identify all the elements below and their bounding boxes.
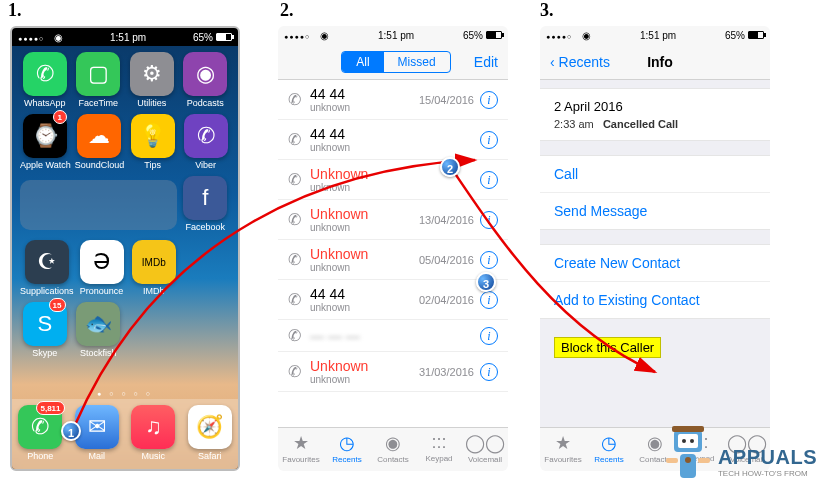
notification-badge: 15 <box>49 298 66 312</box>
info-navbar: ‹ Recents Info <box>540 44 770 80</box>
tab-voicemail[interactable]: ◯◯Voicemail <box>462 432 508 471</box>
screen-info: 1:51 pm 65% ‹ Recents Info 2 April 2016 … <box>540 26 770 471</box>
recent-call-row[interactable]: ✆ 44 44 unknown i <box>278 120 508 160</box>
tab-recents[interactable]: ◷Recents <box>324 432 370 471</box>
edit-button[interactable]: Edit <box>474 54 498 70</box>
app-supplications[interactable]: ☪Supplications <box>20 240 74 296</box>
app-icon: Ə <box>80 240 124 284</box>
call-date: 02/04/2016 <box>419 294 474 306</box>
block-caller-button[interactable]: Block this Caller <box>554 337 661 358</box>
app-icon: ✆ <box>184 114 228 158</box>
app-whatsapp[interactable]: ✆WhatsApp <box>20 52 70 108</box>
recent-call-row[interactable]: ✆ 44 44 unknown 15/04/2016 i <box>278 80 508 120</box>
svg-rect-2 <box>672 426 704 432</box>
segment-all[interactable]: All <box>342 52 383 72</box>
brand-name: APPUALS <box>718 446 817 469</box>
info-icon[interactable]: i <box>480 327 498 345</box>
segment-missed[interactable]: Missed <box>384 52 450 72</box>
handset-icon: ✆ <box>288 210 302 229</box>
call-date: 15/04/2016 <box>419 94 474 106</box>
app-viber[interactable]: ✆Viber <box>181 114 230 170</box>
app-label: Supplications <box>20 286 74 296</box>
screen-recents: 1:51 pm 65% All Missed Edit ✆ 44 44 unkn… <box>278 26 508 471</box>
tab-recents[interactable]: ◷Recents <box>586 432 632 471</box>
handset-icon: ✆ <box>288 362 302 381</box>
app-apple-watch[interactable]: ⌚1Apple Watch <box>20 114 71 170</box>
status-bar: 1:51 pm 65% <box>12 28 238 46</box>
keypad-icon: ::: <box>416 432 462 453</box>
app-icon: ☁ <box>77 114 121 158</box>
app-tips[interactable]: 💡Tips <box>128 114 177 170</box>
app-stockfish[interactable]: 🐟Stockfish <box>74 302 124 358</box>
action-create-contact[interactable]: Create New Contact <box>540 245 770 282</box>
annotation-2: 2 <box>440 157 460 177</box>
app-imdb[interactable]: IMDbIMDb <box>130 240 178 296</box>
app-label: Music <box>125 451 182 461</box>
page-indicator[interactable]: ● ○ ○ ○ ○ <box>12 390 238 397</box>
battery-indicator: 65% <box>193 32 232 43</box>
app-pronounce[interactable]: ƏPronounce <box>78 240 126 296</box>
tab-keypad[interactable]: :::Keypad <box>416 432 462 471</box>
app-label: SoundCloud <box>75 160 125 170</box>
mascot-icon <box>658 422 718 502</box>
caller-name: — — — <box>310 328 474 344</box>
app-facetime[interactable]: ▢FaceTime <box>74 52 124 108</box>
recent-call-row[interactable]: ✆ — — — i <box>278 320 508 352</box>
info-icon[interactable]: i <box>480 91 498 109</box>
app-icon: f <box>183 176 227 220</box>
recents-list[interactable]: ✆ 44 44 unknown 15/04/2016 i✆ 44 44 unkn… <box>278 80 508 392</box>
app-label: Stockfish <box>74 348 124 358</box>
caller-name: 44 44 <box>310 286 419 302</box>
app-safari[interactable]: 🧭Safari <box>182 405 239 469</box>
app-music[interactable]: ♫Music <box>125 405 182 469</box>
app-podcasts[interactable]: ◉Podcasts <box>181 52 231 108</box>
app-soundcloud[interactable]: ☁SoundCloud <box>75 114 125 170</box>
tab-favourites[interactable]: ★Favourites <box>540 432 586 471</box>
recent-call-row[interactable]: ✆ Unknown unknown i <box>278 160 508 200</box>
caller-sub: unknown <box>310 142 474 153</box>
svg-rect-7 <box>666 458 678 463</box>
app-label: Phone <box>12 451 69 461</box>
app-label: WhatsApp <box>20 98 70 108</box>
recent-call-row[interactable]: ✆ Unknown unknown 13/04/2016 i <box>278 200 508 240</box>
step-label-2: 2. <box>280 0 294 21</box>
app-label: Utilities <box>127 98 177 108</box>
info-icon[interactable]: i <box>480 251 498 269</box>
back-button[interactable]: ‹ Recents <box>550 54 610 70</box>
svg-point-3 <box>682 439 686 443</box>
action-send-message[interactable]: Send Message <box>540 193 770 229</box>
app-icon: 🐟 <box>76 302 120 346</box>
app-utilities[interactable]: ⚙Utilities <box>127 52 177 108</box>
info-icon[interactable]: i <box>480 363 498 381</box>
call-date: 31/03/2016 <box>419 366 474 378</box>
app-skype[interactable]: S15Skype <box>20 302 70 358</box>
recents-navbar: All Missed Edit <box>278 44 508 80</box>
recent-call-row[interactable]: ✆ 44 44 unknown 02/04/2016 i <box>278 280 508 320</box>
app-label: IMDb <box>130 286 178 296</box>
tab-contacts[interactable]: ◉Contacts <box>370 432 416 471</box>
info-icon[interactable]: i <box>480 211 498 229</box>
signal-icon <box>18 32 63 43</box>
app-label: Skype <box>20 348 70 358</box>
app-facebook[interactable]: fFacebook <box>181 176 231 234</box>
status-bar: 1:51 pm 65% <box>278 26 508 44</box>
favourites-icon: ★ <box>540 432 586 454</box>
annotation-3: 3 <box>476 272 496 292</box>
recent-call-row[interactable]: ✆ Unknown unknown 05/04/2016 i <box>278 240 508 280</box>
info-icon[interactable]: i <box>480 131 498 149</box>
app-icon: ♫ <box>131 405 175 449</box>
favourites-icon: ★ <box>278 432 324 454</box>
segment-control[interactable]: All Missed <box>341 51 450 73</box>
app-icon: 🧭 <box>188 405 232 449</box>
action-add-existing[interactable]: Add to Existing Contact <box>540 282 770 318</box>
info-icon[interactable]: i <box>480 171 498 189</box>
action-call[interactable]: Call <box>540 156 770 193</box>
contacts-icon: ◉ <box>370 432 416 454</box>
recent-call-row[interactable]: ✆ Unknown unknown 31/03/2016 i <box>278 352 508 392</box>
notification-badge: 1 <box>53 110 67 124</box>
app-phone[interactable]: ✆5,811Phone <box>12 405 69 469</box>
tab-favourites[interactable]: ★Favourites <box>278 432 324 471</box>
handset-icon: ✆ <box>288 250 302 269</box>
caller-sub: unknown <box>310 182 474 193</box>
info-icon[interactable]: i <box>480 291 498 309</box>
